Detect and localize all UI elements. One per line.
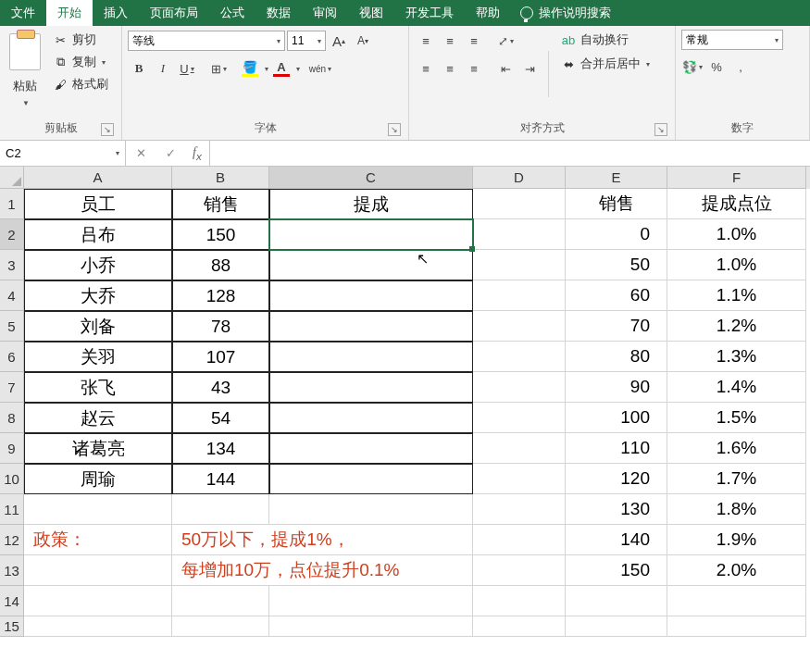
- cell[interactable]: 1.4%: [667, 372, 806, 403]
- cell[interactable]: [24, 494, 172, 525]
- cell[interactable]: [269, 586, 473, 616]
- underline-button[interactable]: U▾: [176, 57, 198, 80]
- cell[interactable]: 赵云: [24, 403, 172, 433]
- cell[interactable]: 张飞: [24, 372, 172, 403]
- cell[interactable]: [473, 555, 566, 586]
- comma-format-button[interactable]: ,: [729, 56, 752, 78]
- accounting-format-button[interactable]: 💱▾: [681, 56, 704, 78]
- col-header-B[interactable]: B: [172, 167, 269, 189]
- cell[interactable]: [269, 342, 473, 372]
- tab-data[interactable]: 数据: [255, 0, 302, 26]
- cell[interactable]: 150: [566, 555, 667, 586]
- cell[interactable]: [473, 342, 566, 372]
- align-bottom-button[interactable]: ≡: [463, 30, 485, 52]
- copy-button[interactable]: ⧉ 复制▾: [48, 52, 112, 72]
- font-size-select[interactable]: 11▾: [287, 31, 326, 51]
- cell[interactable]: [269, 494, 473, 525]
- cell[interactable]: 2.0%: [667, 555, 806, 586]
- cell[interactable]: 100: [566, 403, 667, 433]
- cell[interactable]: 134: [172, 433, 269, 464]
- tab-developer[interactable]: 开发工具: [394, 0, 465, 26]
- row-header-5[interactable]: 5: [0, 311, 24, 342]
- row-header-8[interactable]: 8: [0, 403, 24, 433]
- cell[interactable]: [473, 403, 566, 433]
- col-header-A[interactable]: A: [24, 167, 172, 189]
- cell[interactable]: 43: [172, 372, 269, 403]
- format-painter-button[interactable]: 🖌 格式刷: [48, 74, 112, 94]
- cell[interactable]: [473, 219, 566, 250]
- cell[interactable]: 88: [172, 250, 269, 280]
- cell[interactable]: [473, 616, 566, 637]
- cell[interactable]: [172, 586, 269, 616]
- cell[interactable]: [473, 372, 566, 403]
- align-middle-button[interactable]: ≡: [439, 30, 461, 52]
- align-left-button[interactable]: ≡: [415, 57, 437, 80]
- row-header-15[interactable]: 15: [0, 616, 24, 637]
- cell[interactable]: [667, 586, 806, 616]
- tab-home[interactable]: 开始: [46, 0, 93, 26]
- cell[interactable]: 关羽: [24, 342, 172, 372]
- cell[interactable]: 刘备: [24, 311, 172, 342]
- cell[interactable]: [473, 189, 566, 219]
- cell[interactable]: 54: [172, 403, 269, 433]
- row-header-11[interactable]: 11: [0, 494, 24, 525]
- cell[interactable]: 销售: [566, 189, 667, 219]
- select-all-corner[interactable]: [0, 167, 24, 189]
- increase-indent-button[interactable]: ⇥: [518, 57, 541, 80]
- font-dialog-launcher[interactable]: ↘: [388, 123, 401, 136]
- row-header-9[interactable]: 9: [0, 433, 24, 464]
- decrease-indent-button[interactable]: ⇤: [494, 57, 517, 80]
- col-header-F[interactable]: F: [667, 167, 806, 189]
- number-format-select[interactable]: 常规▾: [681, 30, 783, 50]
- cell[interactable]: [269, 280, 473, 311]
- cell[interactable]: [269, 433, 473, 464]
- increase-font-button[interactable]: A▴: [328, 30, 350, 52]
- cell[interactable]: 员工: [24, 189, 172, 219]
- tab-help[interactable]: 帮助: [465, 0, 511, 26]
- tab-review[interactable]: 审阅: [302, 0, 348, 26]
- cell[interactable]: 107: [172, 342, 269, 372]
- cell[interactable]: [473, 280, 566, 311]
- cell[interactable]: 78: [172, 311, 269, 342]
- cell[interactable]: [473, 433, 566, 464]
- bold-button[interactable]: B: [128, 57, 150, 80]
- name-box[interactable]: C2▾: [0, 141, 126, 166]
- borders-button[interactable]: ⊞▾: [207, 57, 230, 80]
- row-header-1[interactable]: 1: [0, 189, 24, 219]
- row-header-3[interactable]: 3: [0, 250, 24, 280]
- cell[interactable]: [172, 616, 269, 637]
- cell[interactable]: [269, 250, 473, 280]
- font-color-button[interactable]: A: [270, 59, 293, 78]
- cell[interactable]: 每增加10万，点位提升0.1%: [172, 555, 473, 586]
- cell[interactable]: [269, 616, 473, 637]
- cell[interactable]: 小乔: [24, 250, 172, 280]
- col-header-D[interactable]: D: [473, 167, 566, 189]
- cell[interactable]: 120: [566, 464, 667, 494]
- cell[interactable]: [473, 250, 566, 280]
- cell[interactable]: 提成: [269, 189, 473, 219]
- cell[interactable]: [473, 586, 566, 616]
- row-header-10[interactable]: 10: [0, 464, 24, 494]
- enter-formula-button[interactable]: ✓: [156, 141, 185, 166]
- fill-color-button[interactable]: 🪣: [239, 59, 261, 78]
- cell[interactable]: 提成点位: [667, 189, 806, 219]
- italic-button[interactable]: I: [152, 57, 174, 80]
- cell[interactable]: 60: [566, 280, 667, 311]
- row-header-7[interactable]: 7: [0, 372, 24, 403]
- cell[interactable]: [667, 616, 806, 637]
- cell[interactable]: [473, 494, 566, 525]
- paste-button[interactable]: 粘贴▼: [6, 30, 44, 110]
- tab-view[interactable]: 视图: [348, 0, 394, 26]
- cell[interactable]: 1.7%: [667, 464, 806, 494]
- cell[interactable]: [473, 525, 566, 555]
- tab-insert[interactable]: 插入: [93, 0, 139, 26]
- percent-format-button[interactable]: %: [705, 56, 728, 78]
- cell[interactable]: 吕布: [24, 219, 172, 250]
- cell[interactable]: 1.3%: [667, 342, 806, 372]
- align-center-button[interactable]: ≡: [439, 57, 461, 80]
- row-header-13[interactable]: 13: [0, 555, 24, 586]
- cell[interactable]: 144: [172, 464, 269, 494]
- spreadsheet-grid[interactable]: A B C D E F 1 员工 销售 提成 销售 提成点位 2 吕布 150 …: [0, 167, 810, 637]
- cell[interactable]: [24, 586, 172, 616]
- cell[interactable]: [269, 311, 473, 342]
